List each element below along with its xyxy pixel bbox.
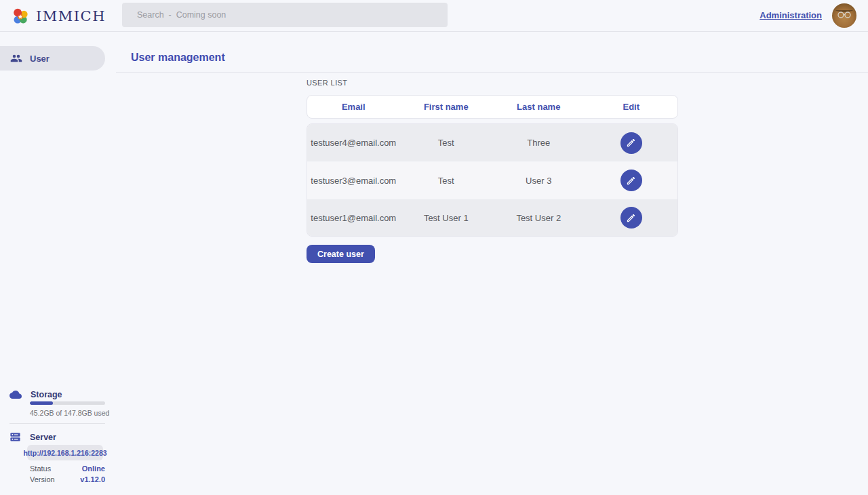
search-input[interactable] xyxy=(122,3,448,27)
status-label: Status xyxy=(30,464,51,473)
server-title: Server xyxy=(30,433,56,442)
server-section-header: Server xyxy=(9,431,56,443)
server-version-row: Version v1.12.0 xyxy=(30,475,105,484)
immich-flower-icon xyxy=(11,7,30,26)
edit-user-button[interactable] xyxy=(620,132,642,154)
cell-last-name: User 3 xyxy=(492,176,585,186)
app-header: IMMICH Administration xyxy=(0,0,868,32)
users-icon xyxy=(10,52,22,64)
storage-progress-fill xyxy=(30,401,53,405)
title-divider xyxy=(116,72,868,73)
create-user-button[interactable]: Create user xyxy=(307,245,375,263)
column-header-first-name: First name xyxy=(400,102,493,112)
column-header-last-name: Last name xyxy=(492,102,585,112)
avatar[interactable] xyxy=(832,3,856,28)
cell-email: testuser3@email.com xyxy=(307,176,400,186)
pencil-icon xyxy=(626,213,636,223)
logo-wordmark: IMMICH xyxy=(36,8,106,24)
cell-email: testuser4@email.com xyxy=(307,138,400,148)
cell-email: testuser1@email.com xyxy=(307,213,400,223)
user-table-header: Email First name Last name Edit xyxy=(307,95,678,119)
cell-first-name: Test xyxy=(400,138,493,148)
section-label: USER LIST xyxy=(307,79,678,87)
table-row: testuser1@email.com Test User 1 Test Use… xyxy=(307,199,677,236)
storage-section-header: Storage xyxy=(9,389,62,401)
edit-user-button[interactable] xyxy=(620,170,642,191)
sidebar-item-user[interactable]: User xyxy=(0,46,105,71)
version-value: v1.12.0 xyxy=(80,475,105,483)
cloud-icon xyxy=(9,389,22,401)
pencil-icon xyxy=(626,138,636,148)
user-list-section: USER LIST Email First name Last name Edi… xyxy=(307,79,678,263)
version-label: Version xyxy=(30,475,55,483)
user-table-body: testuser4@email.com Test Three testuser3… xyxy=(307,123,678,237)
status-value: Online xyxy=(82,464,105,473)
page-title: User management xyxy=(131,52,225,64)
administration-link[interactable]: Administration xyxy=(760,10,822,20)
storage-usage-text: 45.2GB of 147.8GB used xyxy=(30,409,109,417)
column-header-edit: Edit xyxy=(585,102,678,112)
cell-last-name: Three xyxy=(492,138,585,148)
app-logo: IMMICH xyxy=(11,5,106,28)
cell-first-name: Test xyxy=(400,176,493,186)
pencil-icon xyxy=(626,176,636,186)
table-row: testuser4@email.com Test Three xyxy=(307,124,677,161)
sidebar-item-label: User xyxy=(30,54,50,64)
server-status-row: Status Online xyxy=(30,464,105,473)
storage-title: Storage xyxy=(31,390,62,399)
server-url-badge: http://192.168.1.216:2283 xyxy=(27,445,103,460)
storage-progress-bar xyxy=(30,401,105,405)
cell-last-name: Test User 2 xyxy=(492,213,585,223)
server-rack-icon xyxy=(9,431,21,443)
sidebar-divider xyxy=(9,423,105,424)
column-header-email: Email xyxy=(307,102,400,112)
cell-first-name: Test User 1 xyxy=(400,213,493,223)
table-row: testuser3@email.com Test User 3 xyxy=(307,161,677,199)
edit-user-button[interactable] xyxy=(620,207,642,229)
